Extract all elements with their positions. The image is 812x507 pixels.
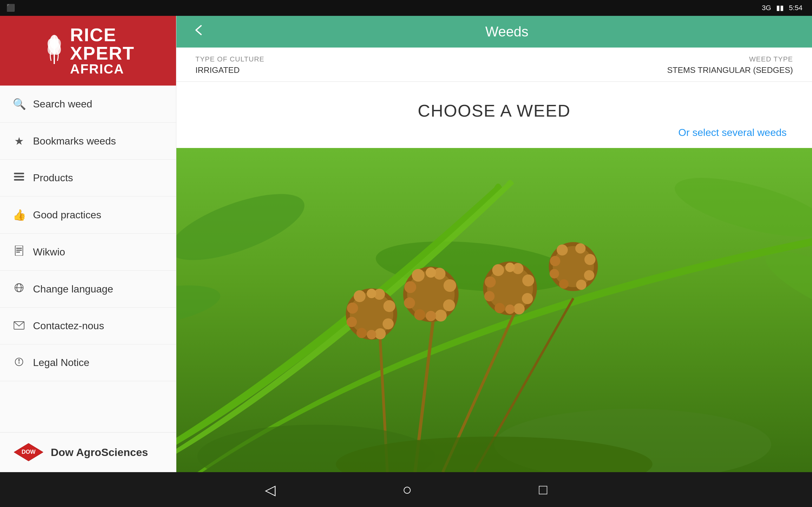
info-bar: TYPE OF CULTURE IRRIGATED WEED TYPE STEM…	[176, 48, 812, 82]
svg-point-64	[505, 304, 515, 314]
svg-point-36	[383, 319, 394, 330]
sidebar-item-contactez-nous[interactable]: Contactez-nous	[0, 308, 176, 344]
svg-point-69	[550, 256, 560, 266]
svg-point-16	[19, 360, 20, 360]
svg-rect-9	[16, 251, 20, 252]
svg-rect-4	[14, 176, 24, 177]
time-display: 5:54	[789, 4, 803, 12]
sidebar-label-contactez-nous: Contactez-nous	[33, 320, 104, 332]
status-bar: ⬛ 3G ▮▮ 5:54	[0, 0, 812, 16]
sidebar-footer: DOW Dow AgroSciences	[0, 432, 176, 472]
top-bar: Weeds	[176, 16, 812, 48]
sidebar: RICE XPERT AFRICA 🔍 Search weed ★ Bookma…	[0, 16, 176, 472]
info-icon	[13, 356, 26, 369]
svg-point-45	[404, 281, 416, 293]
svg-rect-5	[14, 179, 24, 181]
weed-plant-image	[176, 148, 812, 472]
choose-weed-heading: CHOOSE A WEED	[176, 82, 812, 127]
dow-brand-name: Dow AgroSciences	[51, 446, 148, 458]
svg-point-51	[426, 268, 436, 278]
svg-point-67	[557, 244, 568, 256]
list-icon	[13, 172, 26, 184]
sidebar-item-bookmarks-weeds[interactable]: ★ Bookmarks weeds	[0, 123, 176, 160]
sidebar-item-wikwio[interactable]: Wikwio	[0, 233, 176, 271]
search-icon: 🔍	[13, 98, 26, 110]
language-icon	[13, 283, 26, 295]
svg-point-43	[412, 269, 425, 282]
logo-africa-text: AFRICA	[70, 62, 135, 76]
sidebar-label-bookmarks-weeds: Bookmarks weeds	[33, 135, 116, 147]
weed-type-section: WEED TYPE STEMS TRIANGULAR (SEDGES)	[667, 55, 793, 75]
svg-point-2	[50, 35, 59, 49]
svg-point-48	[443, 299, 455, 311]
logo-xpert-text: XPERT	[70, 44, 135, 62]
svg-point-74	[576, 279, 586, 290]
svg-point-57	[485, 276, 496, 287]
svg-point-39	[367, 289, 376, 298]
svg-point-31	[354, 290, 365, 302]
logo-rice-text: RICE	[70, 26, 135, 44]
svg-point-61	[495, 303, 505, 313]
type-of-culture-label: TYPE OF CULTURE	[195, 55, 264, 63]
svg-rect-7	[16, 248, 22, 249]
document-icon	[13, 245, 26, 258]
app-logo: RICE XPERT AFRICA	[0, 16, 176, 86]
back-button[interactable]	[192, 24, 205, 40]
svg-point-40	[367, 330, 376, 339]
svg-point-62	[513, 303, 525, 314]
svg-point-52	[426, 311, 436, 321]
weed-type-value: STEMS TRIANGULAR (SEDGES)	[667, 65, 793, 75]
svg-point-68	[575, 243, 586, 253]
sidebar-label-wikwio: Wikwio	[33, 246, 65, 258]
svg-point-73	[559, 279, 569, 289]
home-nav-button[interactable]: ○	[403, 481, 412, 499]
svg-point-49	[414, 309, 425, 320]
svg-point-70	[584, 254, 595, 265]
svg-point-63	[505, 263, 515, 272]
sidebar-item-products[interactable]: Products	[0, 160, 176, 196]
star-icon: ★	[13, 135, 26, 147]
type-of-culture-value: IRRIGATED	[195, 65, 264, 75]
screenshot-icon: ⬛	[6, 4, 15, 12]
svg-point-37	[357, 328, 367, 338]
sidebar-item-search-weed[interactable]: 🔍 Search weed	[0, 86, 176, 123]
svg-point-55	[492, 264, 504, 276]
weed-type-label: WEED TYPE	[667, 55, 793, 63]
sidebar-nav: 🔍 Search weed ★ Bookmarks weeds Products	[0, 86, 176, 432]
sidebar-label-search-weed: Search weed	[33, 98, 92, 110]
sidebar-label-good-practices: Good practices	[33, 209, 101, 221]
sidebar-item-change-language[interactable]: Change language	[0, 271, 176, 308]
svg-rect-3	[14, 173, 24, 174]
envelope-icon	[13, 320, 26, 332]
back-nav-button[interactable]: ◁	[265, 482, 275, 498]
page-title: Weeds	[217, 24, 796, 40]
select-several-weeds-link[interactable]: Or select several weeds	[176, 127, 812, 148]
main-layout: RICE XPERT AFRICA 🔍 Search weed ★ Bookma…	[0, 16, 812, 472]
sidebar-label-legal-notice: Legal Notice	[33, 357, 90, 369]
dow-logo: DOW Dow AgroSciences	[13, 442, 148, 463]
svg-point-47	[404, 297, 415, 308]
svg-point-35	[347, 317, 357, 327]
svg-point-38	[374, 328, 386, 339]
recent-nav-button[interactable]: □	[539, 482, 548, 498]
dow-diamond-icon: DOW	[13, 442, 44, 463]
weed-image-container	[176, 148, 812, 472]
svg-point-50	[435, 309, 447, 321]
sidebar-item-legal-notice[interactable]: Legal Notice	[0, 344, 176, 381]
svg-point-72	[584, 270, 594, 280]
content-area: CHOOSE A WEED Or select several weeds	[176, 82, 812, 472]
svg-point-60	[522, 293, 533, 304]
svg-point-34	[384, 300, 395, 312]
svg-point-58	[522, 274, 534, 286]
svg-point-71	[550, 269, 559, 279]
battery-icon: ▮▮	[776, 4, 784, 12]
sidebar-item-good-practices[interactable]: 👍 Good practices	[0, 196, 176, 233]
main-content: Weeds TYPE OF CULTURE IRRIGATED WEED TYP…	[176, 16, 812, 472]
svg-point-59	[484, 291, 495, 301]
logo-wheat-icon	[42, 29, 67, 72]
thumbs-up-icon: 👍	[13, 209, 26, 221]
svg-text:DOW: DOW	[21, 449, 36, 455]
svg-point-46	[444, 279, 456, 292]
bottom-nav: ◁ ○ □	[0, 472, 812, 507]
sidebar-label-products: Products	[33, 172, 73, 184]
